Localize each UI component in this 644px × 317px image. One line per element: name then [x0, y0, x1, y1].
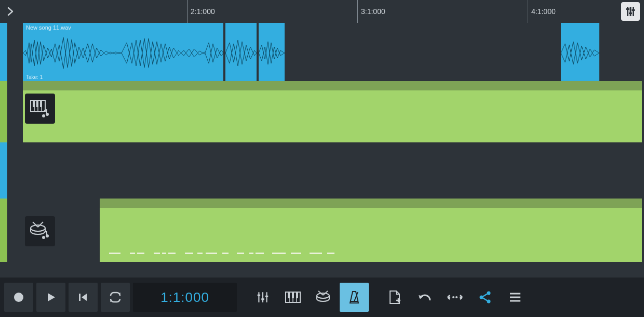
- metronome-button[interactable]: [340, 283, 369, 312]
- piano-icon: [29, 98, 51, 119]
- share-icon: [478, 290, 492, 304]
- skip-back-icon: [77, 292, 89, 303]
- svg-rect-4: [629, 12, 632, 14]
- svg-line-52: [483, 294, 487, 297]
- time-position-display[interactable]: 1:1:000: [133, 283, 237, 312]
- svg-point-25: [14, 293, 23, 302]
- undo-button[interactable]: [411, 283, 438, 312]
- midi-clip[interactable]: [100, 199, 642, 262]
- record-button[interactable]: [4, 283, 33, 312]
- track-color-strip: [0, 23, 7, 81]
- resize-button[interactable]: [441, 283, 468, 312]
- svg-rect-31: [261, 298, 264, 300]
- svg-rect-5: [632, 9, 635, 11]
- rewind-button[interactable]: [69, 283, 98, 312]
- drum-notes: [100, 253, 642, 257]
- share-button[interactable]: [472, 283, 499, 312]
- record-icon: [13, 292, 24, 303]
- svg-line-22: [38, 222, 43, 227]
- svg-rect-32: [265, 296, 268, 297]
- time-position-value: 1:1:000: [160, 289, 209, 306]
- add-file-button[interactable]: [381, 283, 408, 312]
- svg-point-47: [452, 296, 454, 298]
- expand-panel-button[interactable]: [0, 0, 21, 23]
- svg-point-18: [42, 114, 45, 117]
- svg-rect-30: [258, 295, 260, 296]
- svg-rect-14: [40, 100, 42, 107]
- svg-rect-3: [626, 8, 629, 10]
- svg-rect-26: [79, 294, 81, 301]
- track-drums[interactable]: [0, 199, 644, 262]
- timeline-ruler: 2:1:000 3:1:000 4:1:000: [0, 0, 644, 23]
- svg-rect-35: [292, 292, 294, 298]
- undo-icon: [418, 292, 432, 302]
- track-audio[interactable]: New song 11.wav Take: 1: [0, 23, 644, 81]
- midi-clip-header: [23, 81, 642, 90]
- metronome-icon: [347, 290, 361, 305]
- track-midi-piano[interactable]: [0, 81, 644, 142]
- svg-point-23: [42, 236, 45, 239]
- play-icon: [45, 292, 57, 303]
- svg-rect-0: [627, 7, 628, 16]
- loop-icon: [109, 292, 122, 303]
- svg-line-53: [483, 298, 487, 301]
- resize-icon: [447, 293, 463, 301]
- file-add-icon: [388, 290, 401, 305]
- transport-bar: 1:1:000: [0, 278, 644, 317]
- svg-rect-34: [288, 292, 290, 298]
- track-instrument-button[interactable]: [25, 94, 55, 124]
- drums-icon: [315, 290, 331, 304]
- svg-point-40: [317, 293, 329, 298]
- waveform: [23, 32, 223, 74]
- svg-rect-12: [33, 100, 35, 107]
- piano-tool-button[interactable]: [279, 283, 306, 312]
- menu-icon: [509, 292, 521, 302]
- chevron-right-icon: [7, 7, 14, 16]
- svg-rect-1: [630, 7, 632, 16]
- drums-tool-button[interactable]: [310, 283, 337, 312]
- ruler-mark: 3:1:000: [357, 0, 385, 23]
- menu-button[interactable]: [502, 283, 529, 312]
- ruler-marks[interactable]: 2:1:000 3:1:000 4:1:000: [21, 0, 644, 23]
- mixer-button[interactable]: [249, 283, 276, 312]
- waveform: [225, 32, 257, 74]
- svg-line-21: [33, 222, 38, 227]
- svg-point-20: [31, 225, 45, 231]
- waveform: [561, 32, 599, 74]
- audio-clip[interactable]: [561, 23, 599, 81]
- piano-icon: [285, 292, 301, 303]
- waveform: [259, 32, 285, 74]
- svg-point-19: [46, 113, 49, 116]
- audio-clip[interactable]: New song 11.wav Take: 1: [23, 23, 223, 81]
- midi-clip-header: [100, 199, 642, 208]
- midi-clip[interactable]: [23, 81, 642, 142]
- track-color-strip: [0, 199, 7, 262]
- audio-clip[interactable]: [259, 23, 285, 81]
- take-label: Take: 1: [26, 74, 43, 80]
- master-fx-button[interactable]: [621, 2, 640, 21]
- svg-rect-2: [633, 7, 634, 16]
- track-empty[interactable]: [0, 142, 644, 199]
- audio-clip[interactable]: [225, 23, 257, 81]
- track-color-strip: [0, 81, 7, 142]
- ruler-mark: 4:1:000: [528, 0, 556, 23]
- ruler-mark: 2:1:000: [187, 0, 215, 23]
- clip-name-label: New song 11.wav: [26, 24, 71, 31]
- track-color-strip: [0, 142, 7, 199]
- mixer-icon: [256, 290, 270, 304]
- drums-icon: [29, 221, 51, 242]
- loop-button[interactable]: [101, 283, 130, 312]
- mixer-icon: [624, 5, 637, 18]
- svg-rect-13: [36, 100, 38, 107]
- svg-rect-36: [296, 292, 298, 298]
- track-area: New song 11.wav Take: 1: [0, 23, 644, 278]
- track-instrument-button[interactable]: [25, 216, 55, 246]
- play-button[interactable]: [36, 283, 65, 312]
- svg-point-48: [455, 296, 458, 298]
- svg-point-24: [46, 234, 49, 237]
